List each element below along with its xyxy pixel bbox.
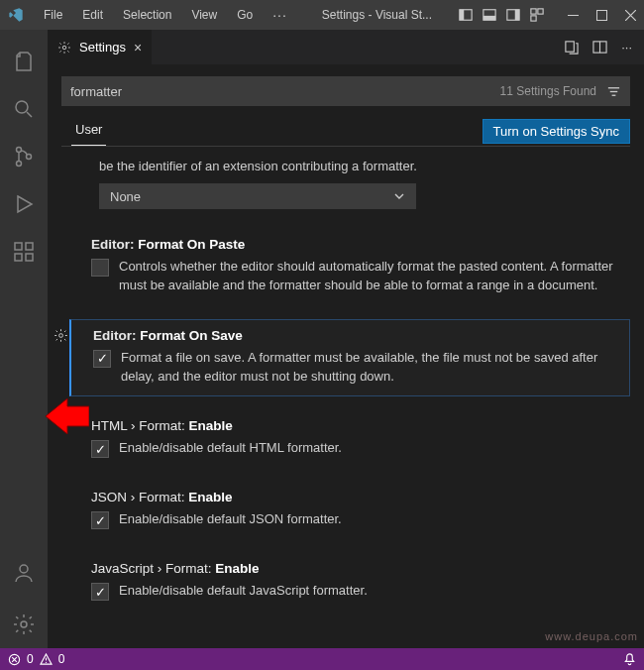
- tab-label: Settings: [79, 40, 126, 55]
- warnings-icon[interactable]: [40, 653, 53, 666]
- warnings-count: 0: [58, 652, 65, 666]
- default-formatter-dropdown[interactable]: None: [99, 183, 416, 209]
- settings-list: be the identifier of an extension contri…: [61, 159, 630, 611]
- settings-gear-icon: [57, 41, 71, 55]
- source-control-icon[interactable]: [0, 133, 48, 180]
- watermark: www.deupa.com: [545, 630, 638, 642]
- panel-left-icon[interactable]: [459, 8, 473, 22]
- scope-row: User Turn on Settings Sync: [61, 116, 630, 147]
- tab-close-icon[interactable]: ×: [134, 40, 142, 56]
- svg-rect-22: [566, 42, 574, 52]
- window-close-icon[interactable]: [625, 10, 636, 21]
- settings-search[interactable]: 11 Settings Found: [61, 76, 630, 106]
- open-settings-json-icon[interactable]: [564, 40, 579, 55]
- setting-json-format-enable: JSON › Format: Enable Enable/disable def…: [69, 482, 630, 539]
- svg-rect-3: [483, 16, 495, 20]
- svg-rect-10: [597, 10, 607, 20]
- window-title: Settings - Visual St...: [299, 8, 455, 22]
- filter-icon[interactable]: [606, 84, 621, 99]
- svg-point-32: [46, 661, 47, 662]
- svg-point-28: [59, 333, 63, 337]
- tab-bar: Settings × ···: [48, 30, 644, 64]
- extensions-icon[interactable]: [0, 228, 48, 276]
- js-format-enable-checkbox[interactable]: [91, 583, 109, 601]
- setting-name: Enable: [189, 418, 233, 433]
- title-bar: File Edit Selection View Go ··· Settings…: [0, 0, 644, 30]
- setting-crumb: HTML › Format:: [91, 418, 185, 433]
- format-on-paste-checkbox[interactable]: [91, 259, 109, 277]
- menu-file[interactable]: File: [36, 4, 70, 26]
- setting-desc: Format a file on save. A formatter must …: [121, 349, 615, 387]
- more-actions-icon[interactable]: ···: [621, 40, 632, 55]
- svg-point-13: [17, 162, 22, 167]
- setting-crumb: JSON › Format:: [91, 490, 185, 504]
- setting-name: Format On Save: [140, 328, 243, 343]
- window-maximize-icon[interactable]: [596, 10, 607, 21]
- svg-rect-16: [15, 254, 22, 261]
- settings-found-count: 11 Settings Found: [500, 84, 596, 98]
- menu-edit[interactable]: Edit: [74, 4, 111, 26]
- svg-rect-7: [538, 9, 543, 14]
- setting-crumb: JavaScript › Format:: [91, 561, 212, 576]
- svg-rect-18: [26, 243, 33, 250]
- setting-format-on-save: Editor: Format On Save Format a file on …: [69, 319, 630, 397]
- setting-name: Enable: [215, 561, 259, 576]
- format-on-save-checkbox[interactable]: [93, 350, 111, 368]
- svg-point-14: [27, 155, 32, 160]
- activity-bar: [0, 30, 48, 648]
- tab-settings[interactable]: Settings ×: [48, 30, 153, 64]
- menu-selection[interactable]: Selection: [115, 4, 179, 26]
- svg-rect-15: [15, 243, 22, 250]
- setting-desc: Enable/disable default JSON formatter.: [119, 510, 342, 529]
- window-minimize-icon[interactable]: [568, 10, 579, 21]
- setting-format-on-paste: Editor: Format On Paste Controls whether…: [69, 229, 630, 305]
- svg-point-21: [62, 46, 66, 50]
- menu-overflow-icon[interactable]: ···: [265, 3, 295, 27]
- panel-bottom-icon[interactable]: [483, 8, 496, 22]
- svg-point-19: [20, 565, 28, 573]
- notifications-bell-icon[interactable]: [623, 653, 636, 666]
- explorer-icon[interactable]: [0, 38, 48, 85]
- setting-desc: Controls whether the editor should autom…: [119, 258, 616, 295]
- svg-rect-8: [531, 16, 536, 21]
- errors-count: 0: [27, 652, 34, 666]
- setting-name: Format On Paste: [138, 237, 245, 252]
- settings-search-input[interactable]: [70, 84, 500, 99]
- run-debug-icon[interactable]: [0, 180, 48, 228]
- html-format-enable-checkbox[interactable]: [91, 440, 109, 458]
- svg-point-11: [16, 101, 28, 113]
- svg-rect-9: [568, 15, 579, 16]
- setting-desc: Enable/disable default JavaScript format…: [119, 582, 368, 601]
- menu-view[interactable]: View: [183, 4, 225, 26]
- menu-go[interactable]: Go: [229, 4, 261, 26]
- errors-icon[interactable]: [8, 653, 21, 666]
- chevron-down-icon: [393, 190, 405, 202]
- svg-rect-1: [460, 10, 464, 21]
- settings-sync-button[interactable]: Turn on Settings Sync: [483, 119, 630, 144]
- setting-desc: Enable/disable default HTML formatter.: [119, 439, 342, 458]
- setting-js-format-enable: JavaScript › Format: Enable Enable/disab…: [69, 553, 630, 611]
- scope-user-tab[interactable]: User: [71, 116, 106, 146]
- svg-point-12: [17, 148, 22, 153]
- dropdown-value: None: [110, 189, 141, 204]
- status-bar: 0 0: [0, 648, 644, 670]
- setting-gear-icon[interactable]: [54, 328, 68, 343]
- json-format-enable-checkbox[interactable]: [91, 511, 109, 529]
- svg-rect-5: [515, 10, 519, 21]
- search-icon[interactable]: [0, 85, 48, 133]
- manage-gear-icon[interactable]: [0, 601, 48, 648]
- setting-prefix: Editor:: [91, 237, 135, 252]
- split-editor-icon[interactable]: [592, 40, 607, 55]
- svg-point-20: [21, 621, 27, 627]
- accounts-icon[interactable]: [0, 549, 48, 597]
- svg-rect-6: [531, 9, 536, 14]
- setting-html-format-enable: HTML › Format: Enable Enable/disable def…: [69, 410, 630, 468]
- svg-rect-17: [26, 254, 33, 261]
- setting-default-formatter-desc: be the identifier of an extension contri…: [69, 159, 630, 179]
- customize-layout-icon[interactable]: [530, 8, 544, 22]
- setting-name: Enable: [188, 490, 232, 504]
- editor-area: Settings × ··· 11 Settings Found User Tu…: [48, 30, 644, 648]
- panel-right-icon[interactable]: [506, 8, 520, 22]
- setting-prefix: Editor:: [93, 328, 137, 343]
- vscode-logo-icon: [8, 7, 24, 23]
